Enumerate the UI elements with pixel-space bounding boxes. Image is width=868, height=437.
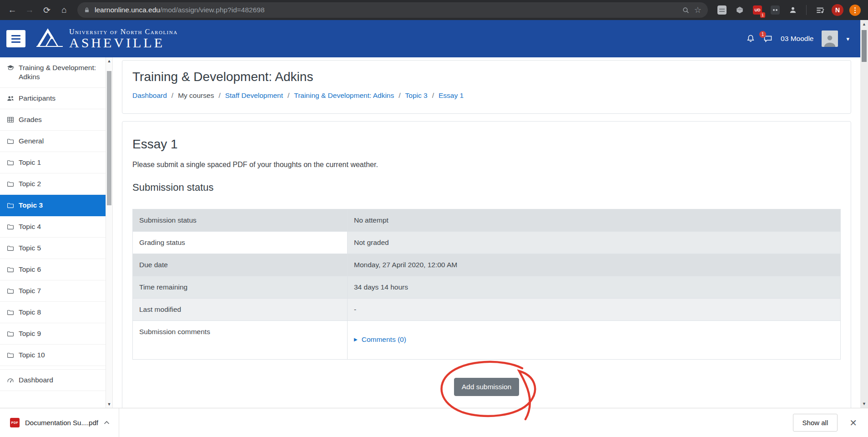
extension-ud-icon[interactable]: UD 1 (752, 4, 763, 16)
folder-icon (7, 223, 14, 230)
breadcrumb-item: My courses (178, 91, 214, 100)
user-avatar[interactable] (822, 30, 838, 47)
media-list-icon[interactable] (814, 4, 826, 16)
breadcrumb-item[interactable]: Topic 3 (405, 91, 428, 100)
url-path: /mod/assign/view.php?id=482698 (160, 6, 265, 14)
sidebar-scroll-up-icon[interactable]: ▲ (107, 59, 111, 63)
sidebar-item-topic-3[interactable]: Topic 3 (0, 195, 106, 216)
breadcrumb-item[interactable]: Staff Development (225, 91, 283, 100)
sidebar-item-topic-1[interactable]: Topic 1 (0, 152, 106, 173)
sidebar-scroll-thumb[interactable] (107, 71, 111, 205)
status-row-value: Not graded (348, 232, 841, 254)
comments-toggle-link[interactable]: ▶Comments (0) (354, 335, 406, 344)
sidebar-item-label: Topic 5 (19, 244, 41, 253)
sidebar-item-general[interactable]: General (0, 131, 106, 152)
extension-cube-icon[interactable] (734, 4, 746, 16)
sidebar-item-topic-9[interactable]: Topic 9 (0, 323, 106, 345)
address-bar[interactable]: learnonline.unca.edu/mod/assign/view.php… (77, 2, 708, 18)
download-filename[interactable]: Documentation Su....pdf (25, 419, 98, 427)
sidebar-item-topic-4[interactable]: Topic 4 (0, 216, 106, 238)
sidebar-item-label: Topic 6 (19, 265, 41, 274)
status-row-label: Submission status (133, 209, 348, 232)
add-submission-button[interactable]: Add submission (454, 378, 519, 396)
extension-keyboard-icon[interactable] (716, 4, 728, 16)
downloads-bar: PDF Documentation Su....pdf Show all ✕ (0, 408, 868, 437)
sidebar-item-topic-8[interactable]: Topic 8 (0, 302, 106, 323)
nav-drawer-toggle[interactable] (6, 30, 25, 47)
sidebar-item-topic-5[interactable]: Topic 5 (0, 238, 106, 259)
forward-button[interactable]: → (22, 2, 37, 18)
breadcrumb-item[interactable]: Training & Development: Adkins (294, 91, 394, 100)
breadcrumb-item[interactable]: Dashboard (132, 91, 167, 100)
status-row: Submission statusNo attempt (133, 209, 841, 232)
status-row-label: Submission comments (133, 321, 348, 360)
sidebar-item-topic-7[interactable]: Topic 7 (0, 280, 106, 302)
user-menu-caret-icon[interactable]: ▾ (846, 36, 849, 42)
sidebar-item-dashboard[interactable]: Dashboard (0, 369, 106, 391)
folder-icon (7, 330, 14, 337)
sidebar-item-grades[interactable]: Grades (0, 109, 106, 131)
browser-toolbar: ← → ⟳ ⌂ learnonline.unca.edu/mod/assign/… (0, 0, 868, 20)
sidebar-item-label: Topic 4 (19, 222, 41, 231)
page-header-card: Training & Development: Adkins Dashboard… (122, 60, 851, 114)
lock-icon (84, 7, 90, 13)
extension-person-icon[interactable] (787, 4, 799, 16)
sidebar-item-label: Topic 1 (19, 158, 41, 167)
home-button[interactable]: ⌂ (56, 2, 72, 18)
sidebar-scroll-down-icon[interactable]: ▼ (107, 402, 111, 407)
sidebar-item-label: Topic 10 (19, 351, 45, 360)
breadcrumb-item[interactable]: Essay 1 (439, 91, 464, 100)
sidebar-item-training-development-adkins[interactable]: Training & Development: Adkins (0, 57, 106, 88)
downloads-divider (119, 408, 119, 437)
notifications-bell-icon[interactable] (746, 34, 755, 43)
reload-button[interactable]: ⟳ (39, 2, 55, 18)
status-row-value: Monday, 27 April 2020, 12:00 AM (348, 254, 841, 276)
folder-icon (7, 159, 14, 166)
browser-menu-icon[interactable] (849, 5, 861, 16)
logo-line2: ASHEVILLE (69, 36, 178, 50)
page-scrollbar[interactable]: ▲ ▼ (860, 20, 868, 408)
status-row-label: Grading status (133, 232, 348, 254)
sidebar-scrollbar[interactable]: ▲ ▼ (106, 57, 113, 408)
extension-dots-icon[interactable] (769, 4, 781, 16)
page-scroll-down-icon[interactable]: ▼ (862, 401, 866, 406)
sidebar-item-label: Topic 3 (19, 201, 43, 210)
folder-icon (7, 351, 14, 359)
back-button[interactable]: ← (5, 2, 20, 18)
messages-icon[interactable]: 1 (763, 34, 772, 43)
user-site-label: 03 Moodle (781, 35, 813, 43)
breadcrumb-separator: / (432, 91, 434, 100)
page-scroll-up-icon[interactable]: ▲ (862, 22, 866, 26)
status-row-value: ▶Comments (0) (348, 321, 841, 360)
download-expand-icon[interactable] (104, 421, 110, 425)
sidebar-item-label: General (19, 137, 44, 146)
assignment-card: Essay 1 Please submit a single spaced PD… (122, 121, 851, 408)
downloads-close-icon[interactable]: ✕ (849, 417, 857, 428)
sidebar-item-label: Topic 8 (19, 308, 41, 317)
assignment-description: Please submit a single spaced PDF of you… (132, 161, 841, 169)
sidebar-item-topic-10[interactable]: Topic 10 (0, 345, 106, 366)
sidebar-item-label: Dashboard (19, 376, 53, 385)
page-title: Training & Development: Adkins (132, 70, 841, 84)
sidebar-item-label: Training & Development: Adkins (19, 63, 102, 81)
sidebar-item-label: Topic 7 (19, 286, 41, 295)
bookmark-star-icon[interactable]: ☆ (694, 5, 701, 15)
sidebar-item-participants[interactable]: Participants (0, 88, 106, 109)
zoom-icon[interactable] (682, 6, 690, 14)
triangle-right-icon: ▶ (354, 337, 358, 342)
show-all-button[interactable]: Show all (793, 414, 838, 432)
folder-icon (7, 244, 14, 252)
breadcrumb-separator: / (399, 91, 400, 100)
sidebar-item-topic-6[interactable]: Topic 6 (0, 259, 106, 280)
profile-avatar[interactable]: N (832, 4, 843, 16)
message-count-badge: 1 (759, 31, 766, 38)
sidebar-item-label: Topic 9 (19, 329, 41, 338)
unca-logo[interactable]: University of North Carolina ASHEVILLE (35, 27, 178, 50)
sidebar-item-topic-2[interactable]: Topic 2 (0, 173, 106, 195)
submission-status-heading: Submission status (132, 182, 841, 193)
sidebar-item-label: Grades (19, 115, 42, 124)
breadcrumb-separator: / (218, 91, 220, 100)
status-row-value: No attempt (348, 209, 841, 232)
graduation-cap-icon (7, 64, 14, 71)
page-scroll-thumb[interactable] (862, 30, 867, 62)
